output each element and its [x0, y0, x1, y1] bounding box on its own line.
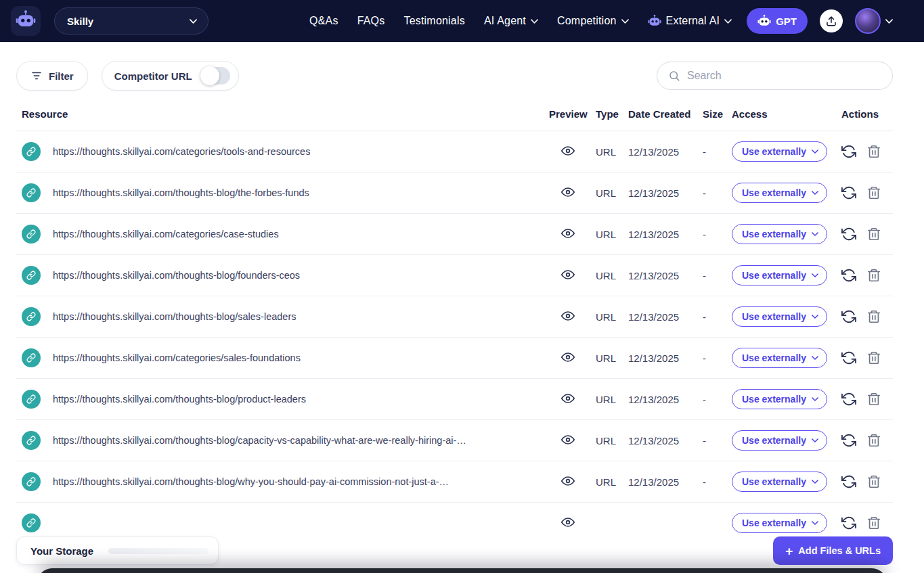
access-cell: Use externally: [732, 306, 841, 327]
access-cell: Use externally: [732, 430, 841, 451]
resource-url[interactable]: https://thoughts.skillyai.com/thoughts-b…: [53, 476, 449, 487]
delete-button[interactable]: [866, 433, 881, 448]
delete-button[interactable]: [866, 309, 881, 324]
resource-url[interactable]: https://thoughts.skillyai.com/categories…: [53, 146, 310, 157]
refresh-button[interactable]: [841, 309, 856, 324]
filter-button[interactable]: Filter: [16, 61, 88, 91]
eye-icon: [560, 143, 575, 158]
size-cell: -: [703, 435, 732, 446]
preview-button[interactable]: [560, 185, 576, 201]
resource-url[interactable]: https://thoughts.skillyai.com/thoughts-b…: [53, 394, 306, 405]
delete-button[interactable]: [866, 268, 881, 283]
filter-icon: [30, 70, 43, 82]
add-files-button[interactable]: + Add Files & URLs: [773, 536, 893, 565]
refresh-button[interactable]: [841, 227, 856, 242]
trash-icon: [866, 268, 881, 283]
access-dropdown[interactable]: Use externally: [732, 430, 827, 451]
preview-button[interactable]: [560, 515, 576, 531]
preview-cell: [549, 143, 596, 160]
bottom-sheet[interactable]: [37, 568, 887, 573]
access-cell: Use externally: [732, 224, 841, 244]
gpt-button[interactable]: GPT: [747, 8, 808, 34]
table-row: https://thoughts.skillyai.com/thoughts-b…: [16, 461, 893, 503]
refresh-button[interactable]: [841, 144, 856, 159]
resource-url[interactable]: https://thoughts.skillyai.com/categories…: [53, 352, 301, 363]
delete-button[interactable]: [866, 185, 881, 200]
size-cell: -: [703, 146, 732, 158]
link-icon: [22, 307, 41, 326]
competitor-url-toggle-pill[interactable]: Competitor URL: [102, 61, 239, 91]
refresh-icon: [841, 474, 856, 489]
refresh-icon: [841, 392, 856, 407]
refresh-button[interactable]: [841, 268, 856, 283]
table-row: https://thoughts.skillyai.com/thoughts-b…: [16, 173, 893, 214]
nav-item-faqs[interactable]: FAQs: [357, 15, 385, 27]
nav-item-qas[interactable]: Q&As: [309, 15, 338, 27]
table-row: https://thoughts.skillyai.com/thoughts-b…: [16, 255, 893, 296]
refresh-button[interactable]: [841, 185, 856, 200]
access-dropdown[interactable]: Use externally: [732, 348, 827, 368]
refresh-icon: [841, 433, 856, 448]
preview-button[interactable]: [560, 474, 576, 490]
access-cell: Use externally: [732, 389, 841, 409]
access-dropdown[interactable]: Use externally: [732, 472, 827, 492]
resource-url[interactable]: https://thoughts.skillyai.com/categories…: [53, 229, 279, 239]
delete-button[interactable]: [866, 515, 881, 530]
refresh-button[interactable]: [841, 474, 856, 489]
competitor-url-toggle-switch[interactable]: [200, 67, 230, 85]
preview-button[interactable]: [560, 143, 576, 160]
user-menu[interactable]: [855, 8, 893, 34]
nav-item-competition[interactable]: Competition: [557, 15, 629, 27]
resource-url[interactable]: https://thoughts.skillyai.com/thoughts-b…: [53, 187, 309, 198]
access-label: Use externally: [742, 435, 806, 446]
workspace-selector[interactable]: Skilly: [54, 7, 208, 35]
preview-cell: [549, 515, 596, 531]
refresh-button[interactable]: [841, 515, 856, 530]
preview-button[interactable]: [560, 308, 576, 325]
access-label: Use externally: [742, 229, 806, 239]
nav-item-ai-agent[interactable]: AI Agent: [484, 15, 538, 27]
delete-button[interactable]: [866, 350, 881, 365]
preview-cell: [549, 432, 596, 449]
competitor-url-label: Competitor URL: [114, 70, 192, 82]
access-label: Use externally: [742, 476, 806, 487]
refresh-icon: [841, 515, 856, 530]
storage-label: Your Storage: [30, 545, 93, 557]
delete-button[interactable]: [866, 144, 881, 159]
avatar[interactable]: [855, 8, 881, 34]
preview-button[interactable]: [560, 267, 576, 283]
date-created-cell: 12/13/2025: [628, 435, 703, 446]
preview-button[interactable]: [560, 350, 576, 366]
nav-label: Q&As: [309, 15, 338, 27]
app-logo[interactable]: [11, 6, 41, 36]
access-dropdown[interactable]: Use externally: [732, 306, 827, 327]
nav-label: AI Agent: [484, 15, 526, 27]
upload-button[interactable]: [820, 9, 843, 32]
preview-button[interactable]: [560, 391, 576, 407]
refresh-button[interactable]: [841, 392, 856, 407]
access-dropdown[interactable]: Use externally: [732, 224, 827, 244]
access-dropdown[interactable]: Use externally: [732, 513, 827, 533]
access-dropdown[interactable]: Use externally: [732, 389, 827, 409]
date-created-cell: 12/13/2025: [628, 352, 703, 364]
date-created-cell: 12/13/2025: [628, 311, 703, 323]
delete-button[interactable]: [866, 227, 881, 242]
search-input[interactable]: [687, 70, 881, 82]
resource-url[interactable]: https://thoughts.skillyai.com/thoughts-b…: [53, 435, 466, 446]
resource-url[interactable]: https://thoughts.skillyai.com/thoughts-b…: [53, 270, 300, 281]
resource-url[interactable]: https://thoughts.skillyai.com/thoughts-b…: [53, 311, 296, 322]
preview-button[interactable]: [560, 226, 576, 242]
preview-cell: [549, 185, 596, 201]
access-dropdown[interactable]: Use externally: [732, 183, 827, 203]
delete-button[interactable]: [866, 392, 881, 407]
refresh-button[interactable]: [841, 433, 856, 448]
delete-button[interactable]: [866, 474, 881, 489]
type-cell: URL: [596, 187, 628, 199]
refresh-button[interactable]: [841, 350, 856, 365]
access-dropdown[interactable]: Use externally: [732, 265, 827, 285]
nav-item-external-ai[interactable]: External AI: [648, 14, 732, 28]
nav-item-testimonials[interactable]: Testimonials: [403, 15, 464, 27]
access-dropdown[interactable]: Use externally: [732, 141, 827, 162]
toolbar: Filter Competitor URL: [0, 42, 924, 91]
preview-button[interactable]: [560, 432, 576, 449]
